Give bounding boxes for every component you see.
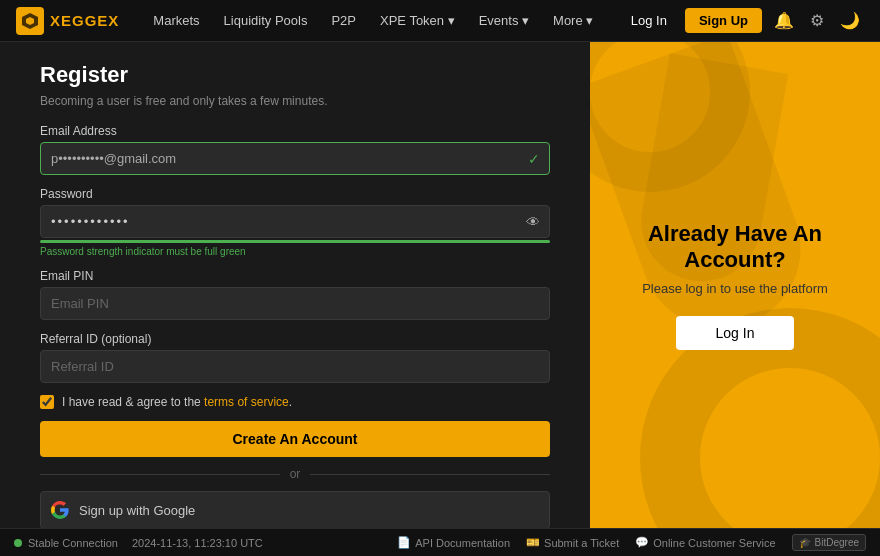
- nav-more[interactable]: More ▾: [543, 9, 603, 32]
- settings-icon[interactable]: ⚙: [806, 7, 828, 34]
- password-input[interactable]: [40, 205, 550, 238]
- email-input-wrapper: ✓: [40, 142, 550, 175]
- google-button-label: Sign up with Google: [79, 503, 195, 518]
- register-subtitle: Becoming a user is free and only takes a…: [40, 94, 550, 108]
- referral-label: Referral ID (optional): [40, 332, 550, 346]
- footer: Stable Connection 2024-11-13, 11:23:10 U…: [0, 528, 880, 556]
- nav-right: Log In Sign Up 🔔 ⚙ 🌙: [621, 7, 864, 34]
- terms-checkbox[interactable]: [40, 395, 54, 409]
- logo[interactable]: XEGGEX: [16, 7, 119, 35]
- bitdegree-icon: 🎓: [799, 537, 811, 548]
- password-hint: Password strength indicator must be full…: [40, 246, 550, 257]
- login-button[interactable]: Log In: [621, 9, 677, 32]
- api-icon: 📄: [397, 536, 411, 549]
- or-line-right: [310, 474, 550, 475]
- chat-icon: 💬: [635, 536, 649, 549]
- create-account-button[interactable]: Create An Account: [40, 421, 550, 457]
- register-title: Register: [40, 62, 550, 88]
- email-check-icon: ✓: [528, 151, 540, 167]
- status-label: Stable Connection: [28, 537, 118, 549]
- nav-markets[interactable]: Markets: [143, 9, 209, 32]
- logo-text: XEGGEX: [50, 12, 119, 29]
- nav-events[interactable]: Events ▾: [469, 9, 539, 32]
- email-label: Email Address: [40, 124, 550, 138]
- terms-row: I have read & agree to the terms of serv…: [40, 395, 550, 409]
- ticket-icon: 🎫: [526, 536, 540, 549]
- signup-button[interactable]: Sign Up: [685, 8, 762, 33]
- online-chat-link[interactable]: 💬 Online Customer Service: [635, 536, 775, 549]
- navbar: XEGGEX Markets Liquidity Pools P2P XPE T…: [0, 0, 880, 42]
- nav-links: Markets Liquidity Pools P2P XPE Token ▾ …: [143, 9, 620, 32]
- theme-icon[interactable]: 🌙: [836, 7, 864, 34]
- pin-input[interactable]: [40, 287, 550, 320]
- right-login-button[interactable]: Log In: [676, 316, 795, 350]
- logo-icon: [16, 7, 44, 35]
- nav-liquidity-pools[interactable]: Liquidity Pools: [214, 9, 318, 32]
- email-group: Email Address ✓: [40, 124, 550, 175]
- pin-label: Email PIN: [40, 269, 550, 283]
- or-line-left: [40, 474, 280, 475]
- google-icon: [51, 501, 69, 519]
- right-panel-subtitle: Please log in to use the platform: [610, 281, 860, 296]
- status-indicator: [14, 539, 22, 547]
- footer-left: Stable Connection 2024-11-13, 11:23:10 U…: [14, 537, 263, 549]
- or-text: or: [290, 467, 301, 481]
- right-panel: Already Have An Account? Please log in t…: [590, 42, 880, 528]
- password-input-wrapper: 👁: [40, 205, 550, 238]
- password-group: Password 👁 Password strength indicator m…: [40, 187, 550, 257]
- api-docs-link[interactable]: 📄 API Documentation: [397, 536, 510, 549]
- referral-input-wrapper: [40, 350, 550, 383]
- pin-input-wrapper: [40, 287, 550, 320]
- nav-xpe-token[interactable]: XPE Token ▾: [370, 9, 465, 32]
- right-panel-title: Already Have An Account?: [610, 221, 860, 273]
- submit-ticket-link[interactable]: 🎫 Submit a Ticket: [526, 536, 619, 549]
- terms-label[interactable]: I have read & agree to the terms of serv…: [62, 395, 292, 409]
- footer-right: 📄 API Documentation 🎫 Submit a Ticket 💬 …: [397, 534, 866, 551]
- bell-icon[interactable]: 🔔: [770, 7, 798, 34]
- email-input[interactable]: [40, 142, 550, 175]
- password-toggle-icon[interactable]: 👁: [526, 214, 540, 230]
- register-panel: Register Becoming a user is free and onl…: [0, 42, 590, 528]
- right-content: Already Have An Account? Please log in t…: [590, 201, 880, 370]
- bitdegree-badge: 🎓 BitDegree: [792, 534, 866, 551]
- nav-p2p[interactable]: P2P: [321, 9, 366, 32]
- or-divider: or: [40, 467, 550, 481]
- footer-timestamp: 2024-11-13, 11:23:10 UTC: [132, 537, 263, 549]
- main-layout: Register Becoming a user is free and onl…: [0, 42, 880, 528]
- password-label: Password: [40, 187, 550, 201]
- pin-group: Email PIN: [40, 269, 550, 320]
- terms-link[interactable]: terms of service: [204, 395, 289, 409]
- referral-group: Referral ID (optional): [40, 332, 550, 383]
- password-strength-bar: [40, 240, 550, 243]
- google-signup-button[interactable]: Sign up with Google: [40, 491, 550, 528]
- referral-input[interactable]: [40, 350, 550, 383]
